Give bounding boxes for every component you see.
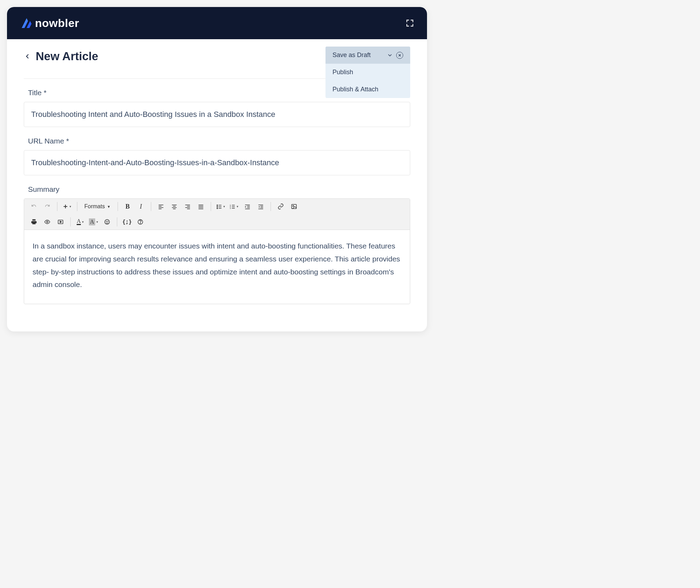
url-name-label: URL Name * <box>28 137 410 145</box>
align-left-button[interactable] <box>155 201 167 212</box>
caret-down-icon: ▼ <box>236 205 239 208</box>
caret-down-icon: ▼ <box>96 220 99 224</box>
code-button[interactable]: {;} <box>121 216 133 227</box>
rich-text-editor: ▼ Formats ▼ B I <box>24 198 410 304</box>
toolbar-separator <box>211 202 211 211</box>
svg-point-24 <box>217 208 217 209</box>
text-color-button[interactable]: A ▼ <box>74 216 87 227</box>
toolbar-row-1: ▼ Formats ▼ B I <box>24 199 410 214</box>
svg-marker-46 <box>60 221 62 223</box>
svg-marker-41 <box>258 206 260 208</box>
formats-label: Formats <box>84 203 105 210</box>
svg-point-22 <box>217 206 217 207</box>
back-button[interactable] <box>24 51 31 61</box>
logo-mark-icon <box>20 16 34 30</box>
toolbar-row-2: A ▼ A ▼ {;} <box>24 214 410 230</box>
page-title: New Article <box>36 50 98 63</box>
brand-logo: nowbler <box>20 16 79 30</box>
align-right-button[interactable] <box>181 201 194 212</box>
publish-label: Publish <box>332 69 353 76</box>
save-as-draft-button[interactable]: Save as Draft <box>326 47 410 64</box>
app-window: nowbler Save as Draft <box>7 7 427 331</box>
svg-text:3: 3 <box>230 207 231 209</box>
publish-option[interactable]: Publish <box>326 64 410 81</box>
bullet-list-button[interactable]: ▼ <box>215 201 227 212</box>
save-dropdown: Save as Draft Publish Publish & Attach <box>326 47 410 98</box>
caret-down-icon: ▼ <box>82 220 84 224</box>
toolbar-separator <box>117 217 117 226</box>
numbered-list-button[interactable]: 123 ▼ <box>228 201 240 212</box>
editor-toolbar: ▼ Formats ▼ B I <box>24 199 410 230</box>
toolbar-separator <box>271 202 271 211</box>
url-field-block: URL Name * <box>24 137 410 175</box>
svg-rect-42 <box>292 204 296 209</box>
emoji-button[interactable] <box>101 216 113 227</box>
toolbar-separator <box>151 202 151 211</box>
toolbar-separator <box>70 217 71 226</box>
publish-attach-label: Publish & Attach <box>332 86 378 93</box>
help-button[interactable] <box>134 216 147 227</box>
outdent-button[interactable] <box>241 201 254 212</box>
toolbar-separator <box>57 202 57 211</box>
toolbar-separator <box>118 202 118 211</box>
svg-point-48 <box>106 221 107 222</box>
content-area: Save as Draft Publish Publish & Attach <box>7 39 427 331</box>
formats-dropdown[interactable]: Formats ▼ <box>81 201 114 212</box>
caret-down-icon: ▼ <box>107 205 111 209</box>
align-justify-button[interactable] <box>195 201 207 212</box>
save-as-draft-label: Save as Draft <box>332 51 387 59</box>
media-button[interactable] <box>54 216 67 227</box>
title-input[interactable] <box>24 102 410 127</box>
redo-button <box>41 201 54 212</box>
toolbar-separator <box>77 202 77 211</box>
insert-menu-button[interactable]: ▼ <box>61 201 74 212</box>
link-button[interactable] <box>274 201 287 212</box>
indent-button[interactable] <box>254 201 267 212</box>
bold-button[interactable]: B <box>121 201 134 212</box>
undo-button <box>28 201 40 212</box>
brand-name: nowbler <box>35 17 79 30</box>
app-header: nowbler <box>7 7 427 39</box>
expand-button[interactable] <box>405 19 414 28</box>
chevron-down-icon[interactable] <box>387 52 393 58</box>
italic-button[interactable]: I <box>135 201 147 212</box>
svg-point-20 <box>217 205 217 205</box>
caret-down-icon: ▼ <box>69 205 72 208</box>
summary-field-block: Summary ▼ <box>24 185 410 304</box>
preview-button[interactable] <box>41 216 54 227</box>
svg-marker-36 <box>245 206 246 208</box>
svg-point-43 <box>293 205 294 206</box>
svg-point-51 <box>140 223 140 223</box>
url-name-input[interactable] <box>24 150 410 175</box>
caret-down-icon: ▼ <box>223 205 226 208</box>
print-button[interactable] <box>28 216 40 227</box>
svg-point-49 <box>108 221 108 222</box>
summary-label: Summary <box>28 185 410 194</box>
svg-point-44 <box>47 221 48 223</box>
highlight-color-button[interactable]: A ▼ <box>88 216 100 227</box>
image-button[interactable] <box>288 201 300 212</box>
summary-editor-body[interactable]: In a sandbox instance, users may encount… <box>24 230 410 304</box>
align-center-button[interactable] <box>168 201 181 212</box>
close-icon[interactable] <box>396 52 403 59</box>
publish-attach-option[interactable]: Publish & Attach <box>326 81 410 98</box>
svg-point-47 <box>105 219 110 224</box>
